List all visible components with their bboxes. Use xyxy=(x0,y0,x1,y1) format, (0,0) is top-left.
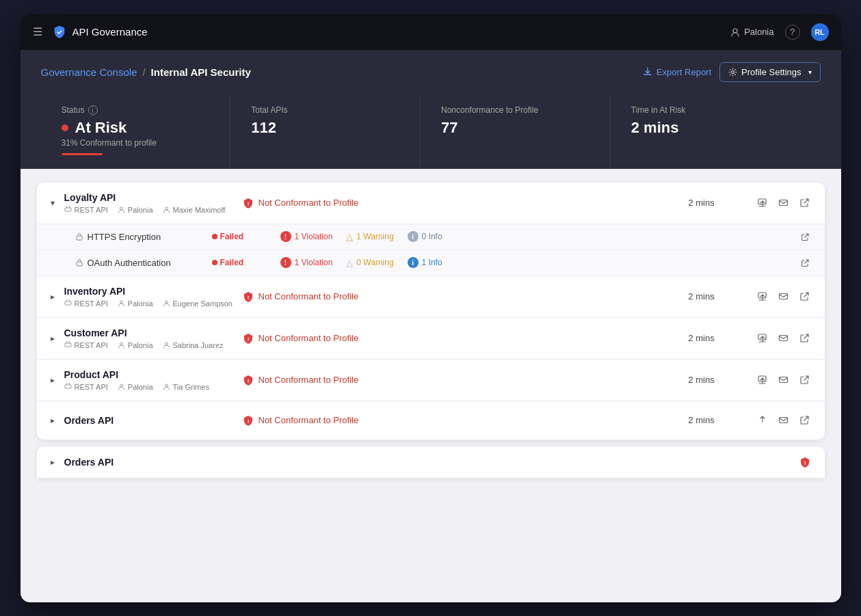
profile-settings-button[interactable]: Profile Settings ▾ xyxy=(719,62,820,82)
svg-point-0 xyxy=(733,29,737,33)
inventory-email-button[interactable] xyxy=(777,290,790,303)
https-link-col xyxy=(791,231,811,243)
shield-red-icon: ! xyxy=(242,332,254,345)
expand-loyalty-button[interactable]: ▾ xyxy=(51,198,64,208)
https-violation-col: ! 1 Violation △ 1 Warning i 0 Info xyxy=(280,231,791,242)
https-infos: i 0 Info xyxy=(408,231,442,242)
loyalty-api-name: Loyalty API xyxy=(64,192,242,203)
loyalty-actions-col xyxy=(743,196,811,209)
api-type-icon xyxy=(64,383,72,390)
expand-orders-button[interactable]: ▸ xyxy=(51,416,64,425)
customer-api-meta: REST API Palonia Sabrina Juarez xyxy=(64,341,242,349)
status-info-icon[interactable]: i xyxy=(88,105,98,115)
customer-time-col: 2 mins xyxy=(661,333,743,343)
api-row-customer: ▸ Customer API REST API Palonia xyxy=(37,318,825,360)
error-circle-icon: ! xyxy=(280,231,291,242)
warning-triangle-icon: △ xyxy=(346,232,353,242)
loyalty-share-button[interactable] xyxy=(756,196,769,209)
api-row-main-product: ▸ Product API REST API Palonia xyxy=(37,360,825,401)
product-meta-type: REST API xyxy=(64,383,108,391)
customer-actions-col xyxy=(743,332,811,345)
oauth-violations: ! 1 Violation xyxy=(280,257,333,268)
loyalty-meta-org: Palonia xyxy=(118,206,153,214)
https-rule-col: HTTPS Encryption xyxy=(75,232,212,242)
email-icon xyxy=(778,198,789,208)
breadcrumb-row: Governance Console / Internal API Securi… xyxy=(41,62,821,82)
product-share-button[interactable] xyxy=(756,373,769,386)
expand-orders2-button[interactable]: ▸ xyxy=(51,457,64,467)
customer-share-button[interactable] xyxy=(756,332,769,345)
customer-api-name-col: Customer API REST API Palonia xyxy=(64,327,242,349)
loyalty-api-name-col: Loyalty API REST API Palonia xyxy=(64,192,242,214)
info-circle-gray-icon: i xyxy=(408,231,419,242)
api-type-icon xyxy=(64,206,72,213)
shield-red-icon: ! xyxy=(799,456,811,468)
orders-api-name: Orders API xyxy=(64,415,242,426)
orders-share-button[interactable] xyxy=(756,414,769,427)
svg-point-12 xyxy=(165,301,168,304)
hamburger-icon[interactable]: ☰ xyxy=(33,25,42,38)
product-external-link-button[interactable] xyxy=(798,373,811,386)
shield-logo xyxy=(52,25,67,40)
share-icon xyxy=(757,198,767,208)
inventory-external-link-button[interactable] xyxy=(798,290,811,303)
svg-text:!: ! xyxy=(247,295,249,301)
svg-rect-8 xyxy=(77,236,82,240)
breadcrumb-link[interactable]: Governance Console xyxy=(41,66,137,78)
svg-point-4 xyxy=(165,207,168,210)
orders-email-button[interactable] xyxy=(777,414,790,427)
nav-left: ☰ API Governance xyxy=(33,25,148,40)
breadcrumb: Governance Console / Internal API Securi… xyxy=(41,66,251,78)
svg-text:!: ! xyxy=(247,418,249,425)
customer-external-link-button[interactable] xyxy=(798,332,811,345)
orders-external-link-button[interactable] xyxy=(798,414,811,427)
svg-point-24 xyxy=(165,384,168,387)
stats-row: Status i At Risk 31% Conformant to profi… xyxy=(41,96,821,169)
stat-time-value: 2 mins xyxy=(631,119,679,137)
inventory-api-name: Inventory API xyxy=(64,286,242,297)
expand-customer-button[interactable]: ▸ xyxy=(51,334,64,343)
svg-rect-22 xyxy=(65,385,71,388)
inventory-share-button[interactable] xyxy=(756,290,769,303)
customer-meta-type: REST API xyxy=(64,341,108,349)
stat-status-label: Status xyxy=(62,105,85,115)
breadcrumb-actions: Export Report Profile Settings ▾ xyxy=(643,62,821,82)
oauth-external-link-button[interactable] xyxy=(799,257,811,269)
help-button[interactable]: ? xyxy=(785,25,800,40)
product-api-name-col: Product API REST API Palonia xyxy=(64,369,242,391)
svg-point-18 xyxy=(165,343,168,345)
product-email-button[interactable] xyxy=(777,373,790,386)
export-report-button[interactable]: Export Report xyxy=(643,67,711,77)
loyalty-external-link-button[interactable] xyxy=(798,196,811,209)
orders-time-col: 2 mins xyxy=(661,415,743,425)
orders-api-name-col: Orders API xyxy=(64,415,242,426)
loyalty-email-button[interactable] xyxy=(777,196,790,209)
customer-meta-org: Palonia xyxy=(118,341,153,349)
inventory-meta-type: REST API xyxy=(64,299,108,308)
expand-inventory-button[interactable]: ▸ xyxy=(51,292,64,302)
https-external-link-button[interactable] xyxy=(799,231,811,243)
https-status-col: Failed xyxy=(212,232,280,241)
app-title: API Governance xyxy=(72,26,148,38)
org-icon xyxy=(118,299,125,307)
api-row-main-customer: ▸ Customer API REST API Palonia xyxy=(37,318,825,359)
inventory-meta-owner: Eugene Sampson xyxy=(163,299,233,308)
product-time-col: 2 mins xyxy=(661,375,743,385)
expand-product-button[interactable]: ▸ xyxy=(51,375,64,385)
customer-email-button[interactable] xyxy=(777,332,790,345)
stat-status: Status i At Risk 31% Conformant to profi… xyxy=(62,96,231,169)
stat-total-apis-value: 112 xyxy=(251,119,276,137)
external-link-icon xyxy=(801,232,810,241)
https-status-badge: Failed xyxy=(212,232,244,241)
sub-row-oauth: OAuth Authentication Failed ! 1 Violat xyxy=(37,250,825,276)
nav-brand: API Governance xyxy=(52,25,148,40)
svg-rect-27 xyxy=(779,377,787,383)
product-meta-owner: Tia Grimes xyxy=(163,383,209,391)
svg-point-23 xyxy=(120,384,122,387)
loyalty-time-col: 2 mins xyxy=(661,198,743,208)
inventory-meta-org: Palonia xyxy=(118,299,153,308)
api-row-main-orders: ▸ Orders API ! Not Conformant to Profile… xyxy=(37,401,825,440)
customer-conformance-badge: ! Not Conformant to Profile xyxy=(242,332,359,345)
oauth-warnings: △ 0 Warning xyxy=(346,258,393,268)
product-api-meta: REST API Palonia Tia Grimes xyxy=(64,383,242,391)
